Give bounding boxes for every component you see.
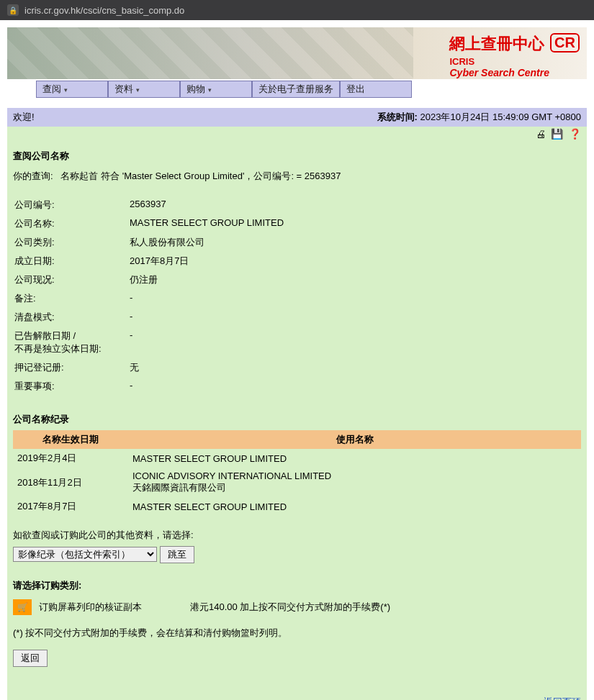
chevron-down-icon: ▾	[208, 86, 212, 94]
info-row: 公司编号:2563937	[13, 196, 581, 214]
banner-subtitle: Cyber Search Centre	[449, 67, 580, 78]
history-name: ICONIC ADVISORY INTERNATIONAL LIMITED 天銘…	[128, 468, 581, 497]
other-docs-select[interactable]: 影像纪录（包括文件索引）	[13, 547, 157, 562]
system-time: 系统时间: 2023年10月24日 15:49:09 GMT +0800	[377, 111, 581, 124]
banner-title-cn: 網上查冊中心	[449, 33, 544, 55]
banner-cr-badge: CR	[550, 33, 580, 53]
info-value: 仍注册	[128, 271, 581, 289]
order-item-label: 订购屏幕列印的核证副本	[39, 601, 183, 614]
help-icon[interactable]: ❓	[569, 128, 581, 140]
header-banner: 網上查冊中心 CR ICRIS Cyber Search Centre	[7, 27, 587, 79]
info-label: 公司类别:	[13, 233, 128, 252]
history-row: 2018年11月2日ICONIC ADVISORY INTERNATIONAL …	[13, 468, 581, 497]
info-row: 重要事项:-	[13, 377, 581, 396]
history-date: 2018年11月2日	[13, 468, 128, 497]
info-label: 重要事项:	[13, 377, 128, 396]
info-row: 清盘模式:-	[13, 308, 581, 327]
info-value: -	[128, 289, 581, 308]
info-row: 公司现况:仍注册	[13, 271, 581, 289]
nav-item-0[interactable]: 查阅 ▾	[36, 81, 108, 98]
info-value: 无	[128, 358, 581, 377]
browser-address-bar: 🔒 icris.cr.gov.hk/csci/cns_basic_comp.do	[0, 0, 594, 20]
info-label: 公司编号:	[13, 196, 128, 214]
history-date: 2019年2月4日	[13, 449, 128, 468]
company-info-table: 公司编号:2563937公司名称:MASTER SELECT GROUP LIM…	[13, 196, 581, 396]
history-col-date: 名称生效日期	[13, 430, 128, 449]
nav-item-2[interactable]: 购物 ▾	[180, 81, 252, 98]
main-nav: 查阅 ▾资料 ▾购物 ▾关於电子查册服务登出	[7, 81, 587, 98]
toolbar-icons: 🖨 💾 ❓	[7, 127, 587, 141]
back-to-top-link[interactable]: 返回页顶	[544, 696, 581, 700]
info-row: 成立日期:2017年8月7日	[13, 252, 581, 271]
info-row: 备注:-	[13, 289, 581, 308]
order-item-row[interactable]: 🛒 订购屏幕列印的核证副本 港元140.00 加上按不同交付方式附加的手续费(*…	[13, 599, 581, 615]
info-label: 备注:	[13, 289, 128, 308]
name-history-table: 名称生效日期 使用名称 2019年2月4日MASTER SELECT GROUP…	[13, 430, 581, 516]
info-value: -	[128, 377, 581, 396]
section-title-history: 公司名称纪录	[13, 413, 581, 426]
chevron-down-icon: ▾	[136, 86, 140, 94]
other-docs-prompt: 如欲查阅或订购此公司的其他资料，请选择:	[13, 529, 581, 542]
info-value: -	[128, 308, 581, 327]
go-button[interactable]: 跳至	[160, 546, 194, 563]
nav-item-1[interactable]: 资料 ▾	[108, 81, 180, 98]
info-row: 公司名称:MASTER SELECT GROUP LIMITED	[13, 214, 581, 233]
welcome-greeting: 欢迎!	[13, 111, 35, 124]
info-value: 私人股份有限公司	[128, 233, 581, 252]
back-button[interactable]: 返回	[13, 650, 48, 667]
history-row: 2017年8月7日MASTER SELECT GROUP LIMITED	[13, 497, 581, 516]
url-text: icris.cr.gov.hk/csci/cns_basic_comp.do	[24, 5, 184, 16]
history-name: MASTER SELECT GROUP LIMITED	[128, 497, 581, 516]
info-value: 2563937	[128, 196, 581, 214]
cart-icon[interactable]: 🛒	[13, 599, 32, 615]
history-date: 2017年8月7日	[13, 497, 128, 516]
print-icon[interactable]: 🖨	[536, 128, 546, 140]
order-item-price: 港元140.00 加上按不同交付方式附加的手续费(*)	[190, 601, 390, 614]
history-row: 2019年2月4日MASTER SELECT GROUP LIMITED	[13, 449, 581, 468]
site-info-icon[interactable]: 🔒	[7, 4, 19, 16]
banner-icris-label: ICRIS	[449, 56, 580, 67]
save-icon[interactable]: 💾	[551, 128, 563, 140]
query-summary: 你的查询: 名称起首 符合 'Master Select Group Limit…	[13, 170, 581, 183]
info-label: 清盘模式:	[13, 308, 128, 327]
info-value: MASTER SELECT GROUP LIMITED	[128, 214, 581, 233]
order-fee-note: (*) 按不同交付方式附加的手续费，会在结算和清付购物篮时列明。	[13, 627, 581, 640]
order-section-title: 请选择订购类别:	[13, 579, 581, 592]
info-label: 公司现况:	[13, 271, 128, 289]
info-value: -	[128, 327, 581, 358]
info-row: 押记登记册:无	[13, 358, 581, 377]
history-col-name: 使用名称	[128, 430, 581, 449]
info-row: 公司类别:私人股份有限公司	[13, 233, 581, 252]
nav-item-4[interactable]: 登出	[340, 81, 412, 98]
welcome-bar: 欢迎! 系统时间: 2023年10月24日 15:49:09 GMT +0800	[7, 108, 587, 127]
nav-item-3[interactable]: 关於电子查册服务	[252, 81, 340, 98]
section-title-search: 查阅公司名称	[13, 150, 581, 163]
info-row: 已告解散日期 / 不再是独立实体日期:-	[13, 327, 581, 358]
info-label: 已告解散日期 / 不再是独立实体日期:	[13, 327, 128, 358]
info-label: 成立日期:	[13, 252, 128, 271]
info-label: 押记登记册:	[13, 358, 128, 377]
chevron-down-icon: ▾	[64, 86, 68, 94]
info-label: 公司名称:	[13, 214, 128, 233]
info-value: 2017年8月7日	[128, 252, 581, 271]
history-name: MASTER SELECT GROUP LIMITED	[128, 449, 581, 468]
